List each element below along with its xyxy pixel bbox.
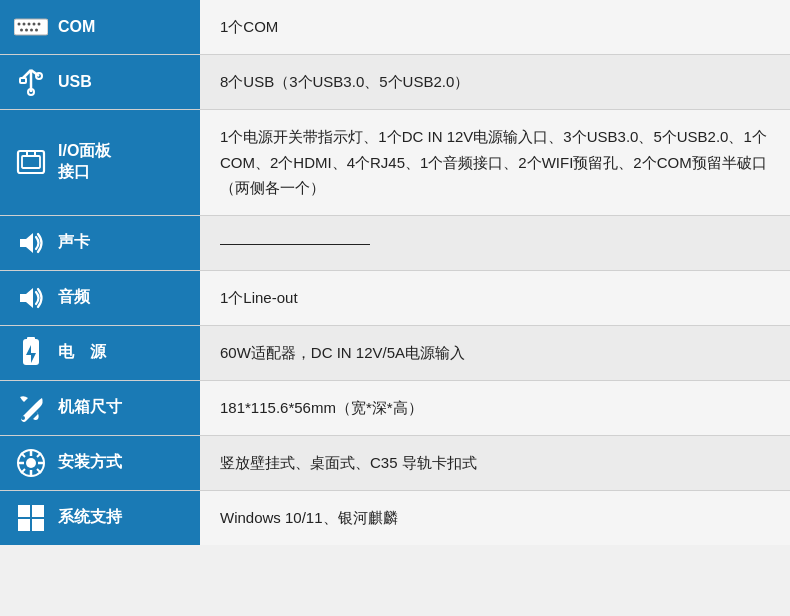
power-label: 电 源 (58, 342, 186, 363)
svg-point-7 (33, 23, 36, 26)
label-com: COM (0, 0, 200, 54)
value-io: 1个电源开关带指示灯、1个DC IN 12V电源输入口、3个USB3.0、5个U… (200, 110, 790, 215)
mount-label: 安装方式 (58, 452, 186, 473)
label-os: 系统支持 (0, 491, 200, 545)
svg-marker-23 (20, 233, 33, 253)
svg-rect-41 (18, 519, 30, 531)
svg-point-4 (18, 23, 21, 26)
chassis-icon (14, 391, 48, 425)
spec-table: COM 1个COM USB 8个USB（3个USB3.0、5个USB2.0） (0, 0, 790, 545)
label-chassis: 机箱尺寸 (0, 381, 200, 435)
svg-rect-26 (27, 337, 35, 340)
value-os: Windows 10/11、银河麒麟 (200, 491, 790, 545)
power-icon (14, 336, 48, 370)
row-soundcard: 声卡 —————————— (0, 216, 790, 271)
value-chassis: 181*115.6*56mm（宽*深*高） (200, 381, 790, 435)
svg-rect-40 (32, 505, 44, 517)
row-usb: USB 8个USB（3个USB3.0、5个USB2.0） (0, 55, 790, 110)
svg-rect-42 (32, 519, 44, 531)
svg-line-37 (37, 453, 41, 457)
svg-rect-16 (20, 78, 26, 83)
value-com: 1个COM (200, 0, 790, 54)
svg-point-28 (21, 416, 25, 420)
soundcard-icon (14, 226, 48, 260)
svg-point-8 (38, 23, 41, 26)
audio-label: 音频 (58, 287, 186, 308)
value-power: 60W适配器，DC IN 12V/5A电源输入 (200, 326, 790, 380)
io-icon (14, 145, 48, 179)
com-icon (14, 10, 48, 44)
row-audio: 音频 1个Line-out (0, 271, 790, 326)
value-usb: 8个USB（3个USB3.0、5个USB2.0） (200, 55, 790, 109)
os-label: 系统支持 (58, 507, 186, 528)
svg-marker-24 (20, 288, 33, 308)
windows-icon (14, 501, 48, 535)
label-soundcard: 声卡 (0, 216, 200, 270)
mount-icon (14, 446, 48, 480)
row-power: 电 源 60W适配器，DC IN 12V/5A电源输入 (0, 326, 790, 381)
value-soundcard: —————————— (200, 216, 790, 270)
com-label: COM (58, 17, 186, 38)
svg-point-12 (35, 29, 38, 32)
usb-label: USB (58, 72, 186, 93)
row-chassis: 机箱尺寸 181*115.6*56mm（宽*深*高） (0, 381, 790, 436)
svg-point-10 (25, 29, 28, 32)
svg-point-5 (23, 23, 26, 26)
row-mount: 安装方式 竖放壁挂式、桌面式、C35 导轨卡扣式 (0, 436, 790, 491)
svg-point-11 (30, 29, 33, 32)
io-label: I/O面板接口 (58, 141, 186, 183)
chassis-label: 机箱尺寸 (58, 397, 186, 418)
label-mount: 安装方式 (0, 436, 200, 490)
row-os: 系统支持 Windows 10/11、银河麒麟 (0, 491, 790, 545)
svg-point-6 (28, 23, 31, 26)
row-com: COM 1个COM (0, 0, 790, 55)
value-mount: 竖放壁挂式、桌面式、C35 导轨卡扣式 (200, 436, 790, 490)
soundcard-label: 声卡 (58, 232, 186, 253)
row-io: I/O面板接口 1个电源开关带指示灯、1个DC IN 12V电源输入口、3个US… (0, 110, 790, 216)
svg-line-35 (21, 453, 25, 457)
label-power: 电 源 (0, 326, 200, 380)
usb-icon (14, 65, 48, 99)
value-audio: 1个Line-out (200, 271, 790, 325)
label-usb: USB (0, 55, 200, 109)
svg-rect-20 (22, 156, 40, 168)
svg-line-38 (21, 469, 25, 473)
svg-point-30 (26, 458, 36, 468)
audio-icon (14, 281, 48, 315)
svg-point-9 (20, 29, 23, 32)
label-audio: 音频 (0, 271, 200, 325)
svg-line-36 (37, 469, 41, 473)
svg-rect-39 (18, 505, 30, 517)
label-io: I/O面板接口 (0, 110, 200, 215)
svg-rect-3 (14, 19, 48, 35)
